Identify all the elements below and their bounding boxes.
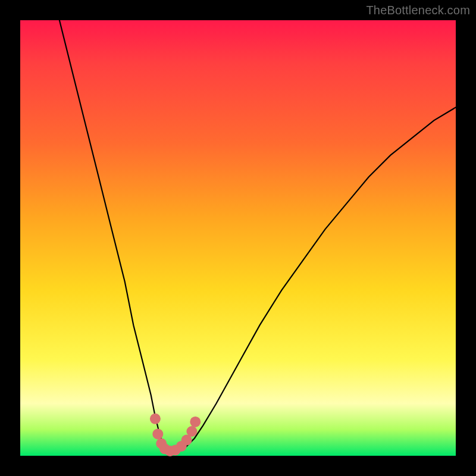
valley-dot	[152, 428, 163, 439]
valley-marker	[150, 414, 201, 456]
valley-dot	[186, 426, 197, 437]
chart-plot-area	[20, 20, 456, 456]
valley-dot	[150, 414, 161, 424]
watermark-text: TheBottleneck.com	[366, 4, 470, 17]
chart-frame: TheBottleneck.com	[0, 0, 476, 476]
curve-svg	[20, 20, 456, 456]
bottleneck-curve	[60, 20, 456, 452]
valley-dot	[190, 416, 201, 427]
